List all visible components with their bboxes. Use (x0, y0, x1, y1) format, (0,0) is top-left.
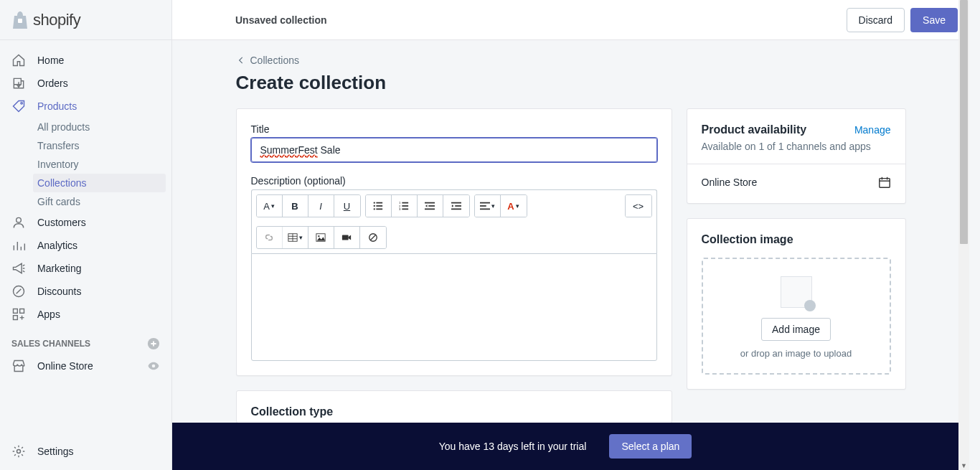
nav: Home Orders Products All products Transf… (0, 40, 171, 433)
image-dropzone[interactable]: Add image or drop an image to upload (702, 258, 891, 375)
rte-image-button[interactable] (308, 227, 334, 248)
nav-online-store[interactable]: Online Store (0, 354, 171, 377)
person-icon (11, 215, 26, 230)
rte-ul-button[interactable] (366, 195, 392, 217)
rte-font-button[interactable]: A▾ (257, 195, 283, 217)
calendar-icon[interactable] (878, 176, 891, 189)
trial-bar: You have 13 days left in your trial Sele… (172, 423, 958, 470)
svg-point-36 (318, 235, 319, 237)
svg-point-10 (374, 202, 375, 203)
shopify-bag-icon (11, 11, 29, 29)
discard-button[interactable]: Discard (847, 8, 905, 32)
title-input[interactable]: SummerFest Sale (251, 138, 657, 162)
svg-rect-19 (402, 205, 408, 207)
svg-rect-6 (14, 316, 18, 320)
rte-html-button[interactable]: <> (626, 195, 651, 217)
gear-icon (11, 444, 26, 459)
rte-clear-button[interactable] (360, 227, 386, 248)
nav-marketing[interactable]: Marketing (0, 257, 171, 280)
subnav-inventory[interactable]: Inventory (37, 155, 171, 174)
svg-rect-15 (376, 209, 382, 210)
manage-link[interactable]: Manage (854, 124, 891, 136)
title-label: Title (251, 123, 657, 135)
svg-rect-22 (425, 202, 435, 204)
svg-rect-37 (342, 235, 349, 240)
availability-sub: Available on 1 of 1 channels and apps (702, 141, 891, 152)
svg-point-12 (374, 205, 375, 207)
scroll-down-icon[interactable]: ▼ (961, 462, 967, 469)
select-plan-button[interactable]: Select a plan (609, 434, 692, 459)
nav-products-sub: All products Transfers Inventory Collect… (0, 118, 171, 211)
add-image-button[interactable]: Add image (761, 318, 831, 341)
ol-icon: 123 (399, 201, 409, 211)
scroll-thumb[interactable] (960, 0, 968, 244)
svg-point-8 (152, 365, 156, 368)
availability-card: Product availability Manage Available on… (687, 108, 906, 204)
rte-underline-button[interactable]: U (334, 195, 360, 217)
rte-video-button[interactable] (334, 227, 360, 248)
trial-message: You have 13 days left in your trial (439, 441, 587, 452)
align-icon (480, 201, 490, 211)
sidebar: shopify Home Orders Products All product… (0, 0, 172, 470)
collection-type-card: Collection type (236, 390, 672, 423)
svg-rect-29 (480, 205, 486, 207)
clear-icon (368, 232, 378, 243)
svg-rect-26 (455, 205, 461, 207)
logo[interactable]: shopify (0, 0, 171, 40)
svg-line-39 (370, 235, 375, 240)
tag-icon (11, 99, 26, 113)
bars-icon (11, 238, 26, 253)
subnav-gift-cards[interactable]: Gift cards (37, 192, 171, 211)
image-placeholder-icon (781, 276, 812, 308)
nav-customers[interactable]: Customers (0, 211, 171, 234)
discount-icon (11, 284, 26, 299)
svg-rect-11 (376, 202, 382, 204)
indent-icon (451, 201, 461, 211)
subnav-all-products[interactable]: All products (37, 118, 171, 136)
eye-icon[interactable] (147, 359, 160, 372)
svg-rect-4 (14, 309, 18, 314)
rte-ol-button[interactable]: 123 (392, 195, 418, 217)
svg-rect-40 (879, 179, 889, 188)
rte-italic-button[interactable]: I (308, 195, 334, 217)
nav-discounts[interactable]: Discounts (0, 280, 171, 303)
rte-color-button[interactable]: A▾ (501, 195, 527, 217)
topbar: Unsaved collection Discard Save (172, 0, 969, 40)
topbar-title: Unsaved collection (235, 14, 327, 26)
nav-home[interactable]: Home (0, 49, 171, 72)
svg-point-1 (21, 103, 23, 105)
breadcrumb-back[interactable]: Collections (236, 55, 906, 66)
channel-online-store: Online Store (702, 177, 758, 188)
image-icon (316, 232, 326, 243)
page-title: Create collection (236, 72, 906, 94)
home-icon (11, 53, 26, 67)
nav-analytics[interactable]: Analytics (0, 234, 171, 257)
rte-link-button (257, 227, 283, 248)
nav-settings[interactable]: Settings (0, 433, 171, 470)
save-button[interactable]: Save (910, 8, 958, 32)
title-desc-card: Title SummerFest Sale Description (optio… (236, 108, 672, 376)
rte-table-button[interactable]: ▾ (283, 227, 308, 248)
subnav-transfers[interactable]: Transfers (37, 136, 171, 155)
rte-align-button[interactable]: ▾ (475, 195, 501, 217)
nav-apps[interactable]: Apps (0, 303, 171, 326)
svg-rect-23 (428, 205, 435, 207)
dropzone-hint: or drop an image to upload (712, 348, 881, 359)
rte-indent-button[interactable] (443, 195, 469, 217)
nav-orders[interactable]: Orders (0, 72, 171, 95)
rte-outdent-button[interactable] (418, 195, 443, 217)
svg-rect-17 (402, 202, 408, 204)
add-channel-icon[interactable] (147, 337, 160, 350)
subnav-collections[interactable]: Collections (33, 174, 166, 192)
svg-rect-25 (451, 202, 461, 204)
rte-bold-button[interactable]: B (283, 195, 308, 217)
store-icon (11, 359, 26, 373)
scrollbar[interactable]: ▲ ▼ (958, 0, 969, 470)
svg-point-2 (17, 217, 22, 222)
description-editor[interactable] (251, 253, 657, 361)
svg-rect-0 (18, 19, 22, 23)
availability-head: Product availability (702, 123, 807, 136)
nav-products[interactable]: Products (0, 95, 171, 118)
svg-rect-21 (402, 209, 408, 210)
ul-icon (373, 201, 383, 211)
